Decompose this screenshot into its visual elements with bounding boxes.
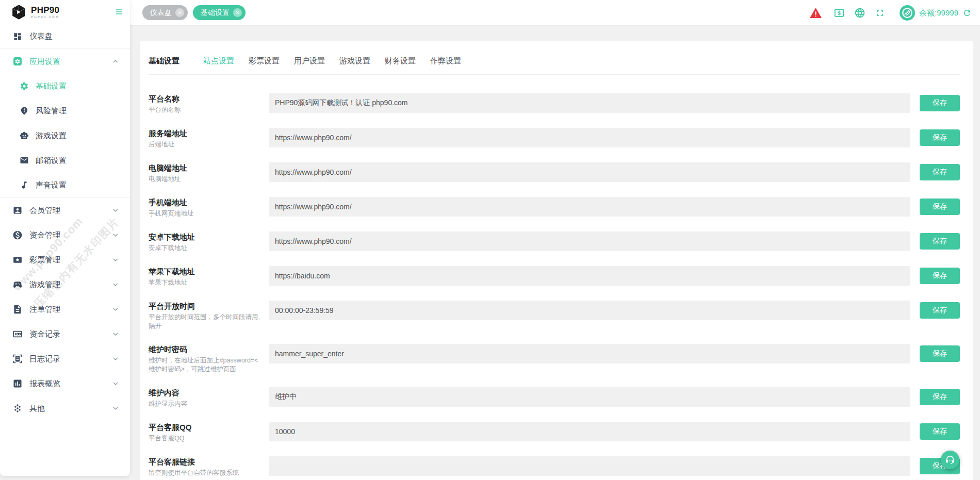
row-desc: 平台开放的时间范围，多个时间段请用,隔开 [149, 313, 264, 330]
sidebar-item-label: 会员管理 [29, 206, 111, 216]
save-button[interactable]: 保存 [920, 345, 960, 362]
row-title: 维护时密码 [149, 344, 264, 354]
sidebar-item-log-records[interactable]: 日志记录 [0, 346, 130, 371]
save-button[interactable]: 保存 [920, 198, 960, 215]
row-label: 安卓下载地址安卓下载地址 [149, 231, 269, 253]
setting-input[interactable] [269, 197, 910, 217]
sidebar-item-fund-management[interactable]: 资金管理 [0, 223, 130, 247]
row-label: 平台名称平台的名称 [149, 93, 269, 114]
row-label: 电脑端地址电脑端地址 [149, 162, 269, 184]
dashboard-icon [12, 31, 23, 42]
save-button[interactable]: 保存 [920, 129, 960, 146]
chevron-down-icon [111, 206, 120, 214]
row-title: 苹果下载地址 [149, 267, 264, 276]
row-title: 维护内容 [149, 388, 264, 398]
settings-card: 基础设置站点设置彩票设置用户设置游戏设置财务设置作弊设置 平台名称平台的名称保存… [140, 41, 973, 480]
sidebar-item-label: 资金管理 [29, 230, 111, 240]
chevron-down-icon [111, 305, 120, 313]
setting-input[interactable] [269, 422, 910, 441]
sidebar-item-risk-management[interactable]: 风险管理 [0, 98, 130, 123]
sidebar-item-label: 基础设置 [36, 81, 120, 91]
save-button[interactable]: 保存 [920, 268, 960, 284]
row-label: 平台客服QQ平台客服QQ [149, 422, 269, 443]
tab-pills: 仪表盘×基础设置× [142, 5, 251, 20]
sidebar-item-sound-settings[interactable]: 声音设置 [0, 173, 130, 197]
setting-input[interactable] [269, 344, 910, 363]
refresh-icon[interactable] [962, 8, 972, 18]
save-button[interactable]: 保存 [920, 423, 960, 440]
sidebar-item-lottery-management[interactable]: 彩票管理 [0, 247, 130, 272]
setting-input[interactable] [269, 128, 910, 147]
sidebar-item-basic-settings[interactable]: 基础设置 [0, 74, 130, 98]
row-desc: 苹果下载地址 [149, 278, 264, 287]
row-title: 服务端地址 [149, 128, 264, 138]
globe-icon[interactable] [854, 7, 865, 19]
settings-tab[interactable]: 彩票设置 [249, 56, 280, 66]
save-button[interactable]: 保存 [920, 95, 960, 111]
lottery-icon [12, 255, 23, 265]
sidebar-item-fund-records[interactable]: 资金记录 [0, 322, 130, 346]
sidebar-item-label: 其他 [29, 404, 111, 413]
settings-tab[interactable]: 游戏设置 [339, 56, 370, 66]
setting-input[interactable] [269, 162, 910, 182]
sidebar-item-game-management[interactable]: 游戏管理 [0, 272, 130, 297]
sidebar-item-label: 游戏管理 [29, 280, 111, 290]
form-row: 平台客服QQ平台客服QQ保存 [149, 422, 960, 443]
row-title: 平台名称 [149, 94, 264, 104]
svg-text:$: $ [838, 10, 841, 16]
tab-pill[interactable]: 仪表盘× [142, 5, 188, 20]
row-title: 平台客服链接 [149, 457, 264, 467]
settings-tab[interactable]: 财务设置 [385, 56, 416, 66]
save-button[interactable]: 保存 [920, 233, 960, 250]
fullscreen-icon[interactable] [875, 8, 885, 18]
row-label: 服务端地址后端地址 [149, 128, 269, 149]
support-chat-button[interactable] [941, 451, 959, 469]
hamburger-menu-icon[interactable] [115, 8, 124, 16]
settings-tab[interactable]: 基础设置 [149, 56, 179, 66]
topbar: 仪表盘×基础设置× $ 余额:99999 [0, 0, 980, 26]
row-title: 平台开放时间 [149, 301, 264, 311]
save-button[interactable]: 保存 [920, 302, 960, 319]
close-icon[interactable]: × [175, 8, 184, 17]
music-icon [20, 180, 29, 190]
form-row: 服务端地址后端地址保存 [149, 128, 960, 149]
setting-input[interactable] [269, 301, 910, 320]
close-icon[interactable]: × [233, 8, 242, 17]
form-row: 苹果下载地址苹果下载地址保存 [149, 266, 960, 287]
setting-input[interactable] [269, 456, 910, 476]
setting-input[interactable] [269, 93, 910, 113]
save-button[interactable]: 保存 [920, 389, 960, 405]
sidebar-item-bet-management[interactable]: 注单管理 [0, 297, 130, 322]
alert-icon[interactable] [809, 7, 822, 20]
avatar[interactable] [900, 5, 915, 21]
sidebar-item-app-settings[interactable]: 应用设置 [0, 49, 130, 74]
tab-pill[interactable]: 基础设置× [193, 5, 246, 20]
row-title: 平台客服QQ [149, 422, 264, 432]
cash-icon[interactable]: $ [834, 7, 845, 19]
setting-input[interactable] [269, 387, 910, 407]
sidebar-item-others[interactable]: 其他 [0, 396, 130, 421]
setting-input[interactable] [269, 266, 910, 286]
row-desc: 电脑端地址 [149, 175, 264, 184]
sidebar-item-dashboard[interactable]: 仪表盘 [0, 24, 130, 49]
sidebar-item-game-settings[interactable]: 游戏设置 [0, 123, 130, 148]
sidebar-item-mail-settings[interactable]: 邮箱设置 [0, 148, 130, 173]
row-desc: 维护显示内容 [149, 400, 264, 408]
sidebar-item-report-overview[interactable]: 报表概览 [0, 371, 130, 396]
settings-tab[interactable]: 站点设置 [203, 56, 234, 66]
sidebar-item-label: 邮箱设置 [36, 156, 120, 165]
money-icon [12, 230, 23, 240]
row-label: 平台客服链接留空则使用平台自带的客服系统 [149, 456, 269, 477]
sidebar-item-label: 注单管理 [29, 305, 111, 315]
row-desc: 平台客服QQ [149, 434, 264, 443]
settings-tab[interactable]: 作弊设置 [430, 56, 461, 66]
settings-tab[interactable]: 用户设置 [294, 56, 325, 66]
logo-text: PHP90 PHP90.COM [31, 6, 59, 19]
setting-input[interactable] [269, 231, 910, 251]
sidebar-item-member-management[interactable]: 会员管理 [0, 198, 130, 223]
balance-text: 余额:99999 [919, 8, 958, 18]
sidebar-item-label: 游戏设置 [36, 131, 120, 141]
row-title: 手机端地址 [149, 197, 264, 207]
save-button[interactable]: 保存 [920, 164, 960, 180]
banknote-icon [12, 329, 23, 339]
